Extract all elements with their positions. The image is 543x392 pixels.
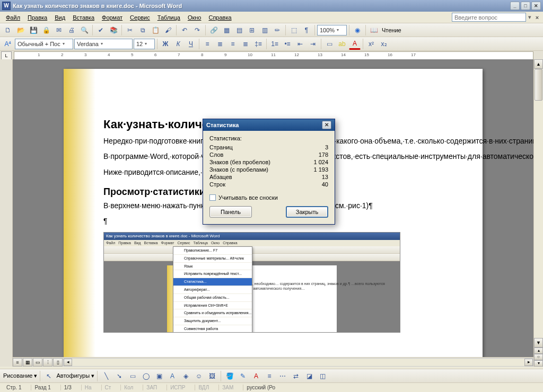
- horizontal-scrollbar[interactable]: ◂ ▸: [63, 358, 533, 367]
- increase-indent-icon[interactable]: ⇥: [307, 38, 319, 50]
- textbox-tool-icon[interactable]: ▣: [153, 370, 165, 382]
- bold-button[interactable]: Ж: [160, 38, 171, 50]
- zoom-combo[interactable]: 100%▾: [317, 25, 347, 35]
- vertical-scrollbar[interactable]: ▲ ▼ ▴ ○ ▾: [533, 59, 543, 367]
- web-view-icon[interactable]: ▦: [23, 358, 32, 367]
- scroll-thumb[interactable]: [535, 69, 542, 101]
- next-page-icon[interactable]: ▾: [534, 360, 543, 367]
- print-layout-view-icon[interactable]: ▭: [33, 358, 42, 367]
- drawing-icon[interactable]: ✏: [272, 24, 283, 36]
- doc-map-icon[interactable]: ⬚: [288, 24, 300, 36]
- clipart-icon[interactable]: ☺: [193, 370, 205, 382]
- shadow-style-icon[interactable]: ◪: [303, 370, 315, 382]
- status-ext[interactable]: ВДЛ: [195, 385, 212, 390]
- font-size-combo[interactable]: 12▾: [134, 39, 155, 49]
- hyperlink-icon[interactable]: 🔗: [208, 24, 220, 36]
- menu-edit[interactable]: Правка: [24, 13, 51, 22]
- tab-selector[interactable]: L: [1, 51, 12, 60]
- align-right-icon[interactable]: ≡: [227, 38, 239, 50]
- columns-icon[interactable]: ▥: [259, 24, 270, 36]
- normal-view-icon[interactable]: ≡: [13, 358, 22, 367]
- menu-window[interactable]: Окно: [184, 13, 205, 22]
- redo-icon[interactable]: ↷: [191, 24, 203, 36]
- print-icon[interactable]: 🖨: [66, 24, 77, 36]
- align-left-icon[interactable]: ≡: [202, 38, 213, 50]
- font-color-icon[interactable]: A: [349, 38, 361, 50]
- autoshapes-menu[interactable]: Автофигуры ▾: [56, 372, 94, 379]
- outline-view-icon[interactable]: ⋮: [43, 358, 52, 367]
- wordart-icon[interactable]: A: [167, 370, 178, 382]
- research-icon[interactable]: 📚: [108, 24, 119, 36]
- horizontal-ruler[interactable]: 1234567891011121314151617: [14, 51, 533, 60]
- italic-button[interactable]: К: [172, 38, 184, 50]
- dash-style-icon[interactable]: ⋯: [277, 370, 288, 382]
- align-center-icon[interactable]: ≣: [214, 38, 226, 50]
- oval-tool-icon[interactable]: ◯: [140, 370, 152, 382]
- status-language[interactable]: русский (Ро: [243, 385, 278, 390]
- styles-pane-icon[interactable]: A⁴: [2, 38, 14, 50]
- ask-a-question-input[interactable]: [452, 13, 526, 22]
- arrow-style-icon[interactable]: ⇄: [290, 370, 302, 382]
- format-painter-icon[interactable]: 🖌: [162, 24, 174, 36]
- menu-insert[interactable]: Вставка: [69, 13, 98, 22]
- prev-page-icon[interactable]: ▴: [534, 348, 543, 354]
- status-rec[interactable]: ЗАП: [143, 385, 160, 390]
- fill-color-icon[interactable]: 🪣: [224, 370, 235, 382]
- browse-object-icon[interactable]: ○: [534, 354, 543, 360]
- line-style-icon[interactable]: ≡: [264, 370, 275, 382]
- drawing-menu[interactable]: Рисование ▾: [3, 372, 37, 379]
- diagram-icon[interactable]: ◈: [180, 370, 191, 382]
- bulleted-list-icon[interactable]: •≡: [282, 38, 293, 50]
- vertical-ruler[interactable]: [0, 59, 13, 367]
- copy-icon[interactable]: ⧉: [137, 24, 148, 36]
- show-marks-icon[interactable]: ¶: [301, 24, 312, 36]
- line-spacing-icon[interactable]: ‡≡: [252, 38, 264, 50]
- close-button[interactable]: ✕: [531, 2, 541, 10]
- embedded-screenshot[interactable]: Как узнать количество знаков в книге.doc…: [103, 232, 400, 333]
- select-objects-icon[interactable]: ↖: [43, 370, 55, 382]
- print-preview-icon[interactable]: 🔍: [78, 24, 90, 36]
- cut-icon[interactable]: ✂: [124, 24, 136, 36]
- undo-icon[interactable]: ↶: [179, 24, 190, 36]
- align-justify-icon[interactable]: ≣: [240, 38, 251, 50]
- status-ovr[interactable]: ЗАМ: [218, 385, 237, 390]
- open-icon[interactable]: 📂: [15, 24, 27, 36]
- 3d-style-icon[interactable]: ◫: [317, 370, 328, 382]
- menu-file[interactable]: Файл: [2, 13, 24, 22]
- status-trk[interactable]: ИСПР: [167, 385, 188, 390]
- menu-help[interactable]: Справка: [205, 13, 235, 22]
- superscript-icon[interactable]: x²: [365, 38, 377, 50]
- menu-format[interactable]: Формат: [98, 13, 126, 22]
- tables-borders-icon[interactable]: ▦: [221, 24, 232, 36]
- style-combo[interactable]: Обычный + Пос▾: [15, 39, 73, 49]
- borders-icon[interactable]: ▭: [323, 38, 335, 50]
- dialog-titlebar[interactable]: Статистика ✕: [203, 119, 335, 131]
- save-icon[interactable]: 💾: [28, 24, 39, 36]
- ask-dropdown-icon[interactable]: ▾: [526, 14, 533, 21]
- menu-table[interactable]: Таблица: [154, 13, 184, 22]
- new-doc-icon[interactable]: 🗋: [2, 24, 14, 36]
- permission-icon[interactable]: 🔒: [40, 24, 52, 36]
- show-toolbar-button[interactable]: Панель: [209, 206, 252, 218]
- maximize-button[interactable]: □: [521, 2, 530, 10]
- insert-table-icon[interactable]: ▤: [233, 24, 245, 36]
- font-combo[interactable]: Verdana▾: [74, 39, 133, 49]
- highlight-icon[interactable]: ab: [336, 38, 348, 50]
- underline-button[interactable]: Ч: [185, 38, 197, 50]
- reading-view-icon[interactable]: ▯: [53, 358, 63, 367]
- excel-icon[interactable]: ⊞: [246, 24, 258, 36]
- scroll-down-icon[interactable]: ▼: [534, 338, 543, 348]
- hscroll-left-icon[interactable]: ◂: [64, 359, 72, 366]
- help-icon[interactable]: ◉: [352, 24, 363, 36]
- menu-tools[interactable]: Сервис: [126, 13, 154, 22]
- hscroll-right-icon[interactable]: ▸: [524, 359, 533, 366]
- reading-layout-icon[interactable]: 📖: [368, 24, 380, 36]
- paste-icon[interactable]: 📋: [150, 24, 161, 36]
- close-doc-button[interactable]: ×: [533, 14, 541, 21]
- dialog-close-icon[interactable]: ✕: [322, 121, 331, 129]
- arrow-tool-icon[interactable]: ➘: [113, 370, 125, 382]
- subscript-icon[interactable]: x₂: [378, 38, 390, 50]
- email-icon[interactable]: ✉: [53, 24, 65, 36]
- scroll-up-icon[interactable]: ▲: [534, 59, 543, 69]
- close-dialog-button[interactable]: Закрыть: [286, 206, 328, 218]
